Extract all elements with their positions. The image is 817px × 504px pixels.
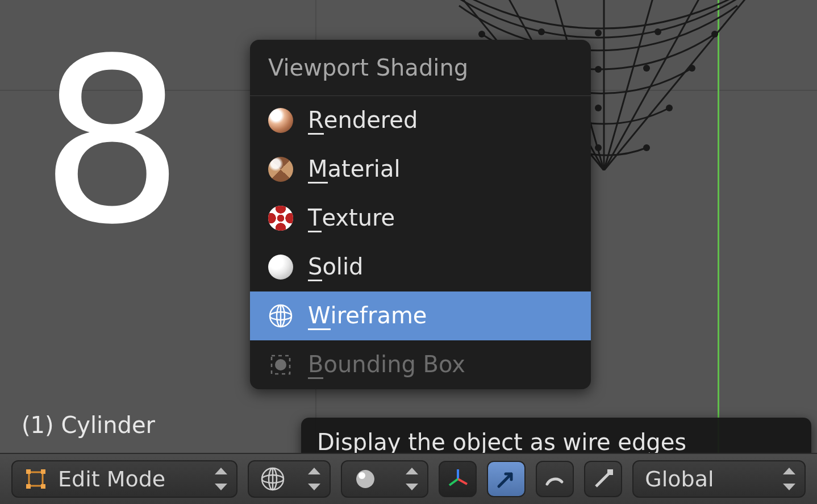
svg-rect-33: [41, 484, 45, 489]
texture-sphere-icon: [268, 206, 293, 231]
svg-point-17: [595, 105, 602, 111]
svg-line-43: [449, 479, 458, 485]
shading-option-solid[interactable]: Solid: [250, 243, 591, 291]
svg-point-12: [689, 65, 695, 72]
svg-point-18: [595, 144, 602, 151]
svg-point-16: [595, 66, 602, 73]
svg-point-39: [356, 470, 374, 488]
y-axis-line: [718, 0, 719, 470]
svg-line-4: [604, 0, 664, 170]
svg-point-28: [275, 359, 286, 370]
viewport-shading-menu: Viewport Shading Rendered Material Textu…: [250, 40, 591, 389]
menu-item-label: Rendered: [308, 107, 418, 135]
svg-line-6: [604, 0, 777, 170]
shading-option-material[interactable]: Material: [250, 145, 591, 194]
pivot-selector[interactable]: [341, 460, 428, 498]
shading-option-bounding-box[interactable]: Bounding Box: [250, 340, 591, 389]
menu-item-label: Bounding Box: [308, 351, 465, 379]
header-toolbar: Edit Mode: [0, 453, 817, 504]
svg-point-20: [643, 65, 650, 72]
popup-title: Viewport Shading: [250, 40, 591, 96]
menu-item-label: Wireframe: [308, 302, 427, 330]
svg-point-13: [666, 105, 673, 111]
updown-arrows-icon: [215, 468, 227, 490]
bounding-box-icon: [268, 352, 293, 377]
menu-item-label: Texture: [308, 205, 395, 232]
shading-option-wireframe[interactable]: Wireframe: [250, 291, 591, 340]
svg-point-15: [595, 30, 602, 36]
svg-line-42: [458, 479, 467, 484]
svg-point-7: [478, 31, 485, 38]
svg-point-40: [359, 472, 365, 479]
shading-option-rendered[interactable]: Rendered: [250, 96, 591, 145]
svg-rect-45: [607, 469, 613, 475]
edit-mode-icon: [24, 467, 48, 491]
scale-line-icon: [591, 467, 615, 491]
svg-rect-32: [26, 484, 31, 489]
svg-point-21: [538, 28, 545, 35]
translate-arrow-icon: [494, 467, 518, 491]
svg-point-14: [643, 144, 650, 151]
menu-item-label: Solid: [308, 253, 363, 281]
translate-manipulator-button[interactable]: [487, 461, 525, 497]
solid-sphere-icon: [268, 255, 293, 280]
rotate-arc-icon: [543, 467, 566, 491]
menu-item-label: Material: [308, 156, 401, 184]
svg-rect-30: [26, 469, 31, 474]
mode-selector-label: Edit Mode: [58, 466, 165, 491]
orientation-label: Global: [645, 466, 714, 491]
scale-manipulator-button[interactable]: [584, 461, 622, 497]
wireframe-sphere-icon: [260, 466, 285, 491]
viewport-shading-selector[interactable]: [248, 460, 331, 498]
shading-option-texture[interactable]: Texture: [250, 194, 591, 243]
manipulator-toggle[interactable]: [439, 461, 477, 497]
median-point-icon: [353, 467, 377, 491]
mode-selector[interactable]: Edit Mode: [11, 460, 237, 498]
svg-line-5: [604, 0, 720, 170]
svg-rect-31: [41, 469, 45, 474]
active-object-label: (1) Cylinder: [22, 412, 155, 438]
svg-point-19: [655, 28, 661, 35]
updown-arrows-icon: [783, 468, 795, 490]
rotate-manipulator-button[interactable]: [536, 461, 574, 497]
axes-icon: [446, 467, 470, 491]
step-number-overlay: 8: [40, 40, 185, 244]
svg-rect-29: [29, 472, 43, 486]
updown-arrows-icon: [406, 468, 418, 490]
rendered-sphere-icon: [268, 108, 293, 133]
transform-orientation-selector[interactable]: Global: [632, 460, 806, 498]
wireframe-sphere-icon: [268, 303, 293, 328]
material-sphere-icon: [268, 157, 293, 182]
updown-arrows-icon: [308, 468, 320, 490]
